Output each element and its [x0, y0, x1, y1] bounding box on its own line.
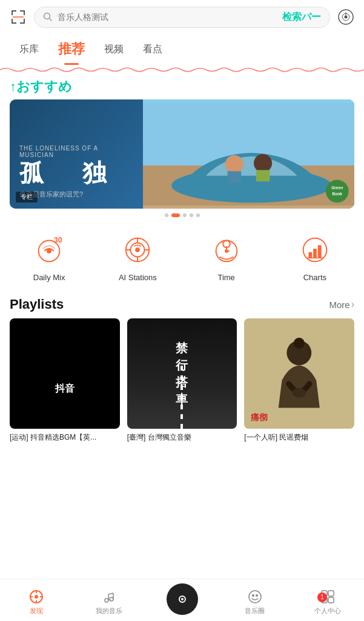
playlist-name-taiwan: [臺灣] 台灣獨立音樂 — [127, 432, 237, 443]
nav-my-music-label: 我的音乐 — [96, 606, 122, 616]
tab-kankan[interactable]: 看点 — [133, 37, 172, 62]
japanese-recommendation-text: ↑おすすめ — [0, 75, 364, 99]
daily-mix-label: Daily Mix — [33, 273, 65, 282]
ai-stations-label: AI Stations — [119, 273, 157, 282]
charts-icon — [297, 232, 333, 268]
svg-rect-63 — [328, 591, 334, 596]
time-label: Time — [217, 273, 234, 282]
banner-left: THE LONELINESS OF A MUSICIAN 孤 独 也许是音乐家的… — [10, 99, 143, 209]
scan-button[interactable] — [7, 6, 29, 28]
banner-tag: 专栏 — [16, 192, 38, 203]
nav-music-circle[interactable]: 音乐圈 — [219, 585, 291, 616]
playlist-cover-taiwan: 禁行搭車 — [127, 318, 237, 429]
svg-point-46 — [35, 595, 38, 599]
search-bar[interactable]: 检索バー — [34, 7, 330, 28]
charts-label: Charts — [303, 273, 326, 282]
svg-rect-5 — [12, 19, 13, 24]
nav-player[interactable] — [145, 580, 218, 621]
player-button[interactable] — [167, 583, 198, 615]
nav-discover[interactable]: 发现 — [0, 585, 73, 616]
tab-video[interactable]: 视频 — [94, 37, 133, 62]
svg-rect-36 — [308, 252, 312, 258]
svg-text:痛彻: 痛彻 — [251, 412, 268, 422]
quick-item-ai-stations[interactable]: AI Stations — [93, 232, 182, 282]
svg-point-60 — [252, 594, 254, 597]
waveform-decoration — [0, 64, 364, 75]
time-icon — [208, 232, 245, 268]
music-circle-icon — [247, 589, 263, 605]
search-highlight-text: 检索バー — [282, 11, 321, 24]
svg-rect-7 — [24, 19, 25, 24]
quick-access: 30 Daily Mix AI Stations — [0, 222, 364, 287]
playlist-item-tiktok[interactable]: ♪ 抖音 [运动] 抖音精选BGM【英... — [10, 318, 120, 442]
banner-right: Green Book — [143, 99, 354, 209]
playlist-name-tiktok: [运动] 抖音精选BGM【英... — [10, 432, 120, 443]
playlist-cover-folk: 痛彻 — [244, 318, 354, 429]
profile-badge: 1 — [317, 592, 327, 602]
svg-line-55 — [108, 593, 113, 594]
nav-my-music[interactable]: 我的音乐 — [73, 585, 145, 616]
svg-point-52 — [110, 597, 113, 601]
svg-rect-37 — [313, 249, 317, 258]
playlists-section-header: Playlists More › — [0, 287, 364, 318]
svg-point-43 — [293, 388, 306, 398]
dot-3[interactable] — [183, 213, 187, 217]
playlist-item-taiwan[interactable]: 禁行搭車 [臺灣] 台灣獨立音樂 — [127, 318, 237, 442]
banner-dots — [0, 209, 364, 222]
playlist-cover-tiktok: ♪ 抖音 — [10, 318, 120, 429]
banner-title: 孤 独 — [19, 161, 133, 185]
chevron-right-icon: › — [351, 299, 354, 310]
svg-rect-17 — [228, 171, 242, 183]
svg-text:Green: Green — [331, 186, 343, 190]
svg-rect-65 — [328, 597, 334, 603]
nav-profile[interactable]: 1 个人中心 — [291, 585, 364, 616]
listen-icon[interactable] — [335, 6, 357, 28]
dot-4[interactable] — [190, 213, 193, 217]
discover-icon — [28, 589, 44, 605]
nav-profile-label: 个人中心 — [314, 606, 341, 616]
dot-5[interactable] — [196, 213, 200, 217]
svg-point-58 — [181, 598, 184, 600]
svg-point-18 — [254, 154, 272, 172]
nav-music-circle-label: 音乐圈 — [245, 606, 265, 616]
svg-rect-3 — [24, 10, 25, 15]
my-music-icon — [101, 589, 117, 605]
playlists-title: Playlists — [10, 297, 64, 312]
playlist-name-folk: [一个人听] 民谣费烟 — [244, 432, 354, 443]
nav-discover-label: 发现 — [30, 606, 43, 616]
daily-mix-icon: 30 — [31, 232, 67, 268]
nav-tabs: 乐库 推荐 视频 看点 — [0, 34, 364, 64]
svg-point-51 — [105, 599, 108, 602]
ai-stations-icon — [119, 232, 156, 268]
dot-1[interactable] — [165, 213, 168, 217]
svg-rect-19 — [256, 170, 270, 181]
svg-rect-38 — [318, 245, 322, 258]
search-input[interactable] — [58, 12, 277, 22]
top-bar: 检索バー — [0, 0, 364, 34]
profile-icon: 1 — [320, 589, 336, 605]
tab-library[interactable]: 乐库 — [10, 37, 48, 62]
svg-point-42 — [294, 338, 305, 349]
svg-text:Book: Book — [332, 192, 342, 196]
svg-point-16 — [225, 155, 243, 173]
svg-rect-1 — [12, 10, 13, 15]
svg-point-59 — [249, 591, 261, 603]
tab-recommend[interactable]: 推荐 — [48, 34, 94, 64]
quick-item-time[interactable]: Time — [182, 232, 271, 282]
svg-point-28 — [136, 247, 141, 252]
banner-subtitle: THE LONELINESS OF A MUSICIAN — [19, 145, 133, 158]
svg-point-24 — [47, 249, 51, 253]
playlist-grid: ♪ 抖音 [运动] 抖音精选BGM【英... 禁行搭車 [臺灣] 台灣獨立音樂 — [0, 318, 364, 452]
svg-line-10 — [50, 19, 52, 21]
banner[interactable]: THE LONELINESS OF A MUSICIAN 孤 独 也许是音乐家的… — [10, 99, 354, 209]
svg-text:30: 30 — [54, 236, 62, 244]
svg-rect-8 — [13, 16, 24, 18]
dot-2[interactable] — [171, 213, 180, 217]
more-button[interactable]: More › — [329, 299, 354, 310]
bottom-nav: 发现 我的音乐 — [0, 579, 364, 621]
svg-point-61 — [256, 594, 258, 597]
quick-item-daily-mix[interactable]: 30 Daily Mix — [5, 232, 93, 282]
playlist-item-folk[interactable]: 痛彻 [一个人听] 民谣费烟 — [244, 318, 354, 442]
quick-item-charts[interactable]: Charts — [271, 232, 359, 282]
